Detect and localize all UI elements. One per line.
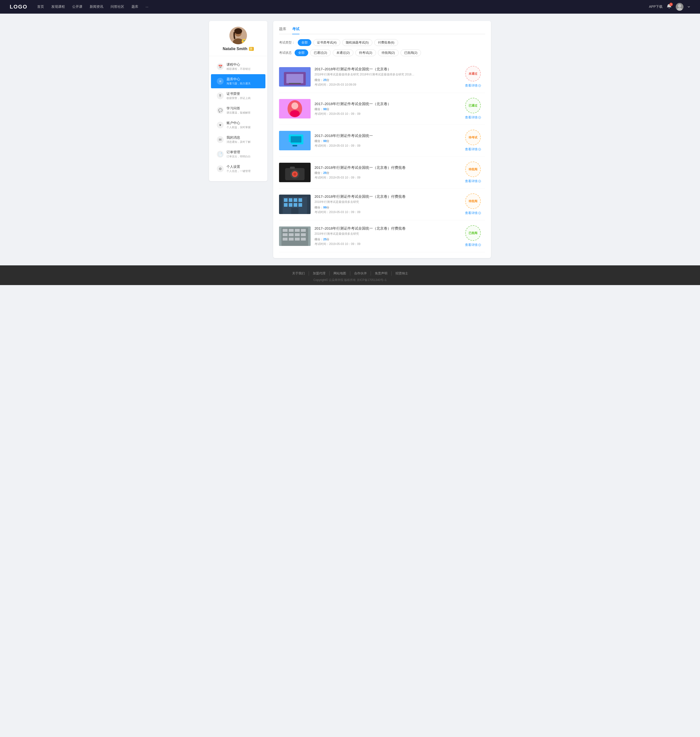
tab-题库[interactable]: 题库 xyxy=(279,27,286,34)
sidebar-item-orders[interactable]: 📄订单管理订单支出，明明白白 xyxy=(211,147,265,161)
sidebar-item-question-bank[interactable]: ≡题库中心海量习题，助力通关 xyxy=(211,74,265,88)
certificate-icon: 🎖 xyxy=(217,93,224,99)
exam-thumb-3 xyxy=(279,131,310,150)
exam-detail-link-1[interactable]: 查看详情 xyxy=(465,83,481,88)
question-bank-subtitle: 海量习题，助力通关 xyxy=(226,82,260,85)
exam-detail-link-3[interactable]: 查看详情 xyxy=(465,147,481,152)
status-filter-已批阅(2)[interactable]: 已批阅(2) xyxy=(400,49,421,56)
svg-rect-31 xyxy=(284,198,288,202)
messages-title: 我的消息 xyxy=(226,136,260,140)
avatar: 🏅 xyxy=(229,27,247,44)
status-filter-buttons: 全部已通过(2)未通过(2)待考试(2)待批阅(2)已批阅(2) xyxy=(294,49,421,56)
svg-rect-33 xyxy=(294,198,297,202)
notification-bell[interactable]: 1 xyxy=(666,4,672,10)
sidebar-profile: 🏅 Natalie Smith 图 xyxy=(209,27,268,56)
exam-status-stamp-2: 已通过 xyxy=(465,98,481,113)
footer-link-网站地图[interactable]: 网站地图 xyxy=(329,271,350,276)
orders-icon: 📄 xyxy=(217,151,224,158)
svg-rect-35 xyxy=(284,203,288,207)
footer-link-关于我们[interactable]: 关于我们 xyxy=(288,271,309,276)
user-avatar-nav[interactable] xyxy=(676,3,684,11)
svg-rect-48 xyxy=(283,233,288,236)
svg-rect-55 xyxy=(301,238,306,240)
footer-link-免责声明[interactable]: 免责声明 xyxy=(371,271,391,276)
type-filter-随机抽题考试(5)[interactable]: 随机抽题考试(5) xyxy=(342,39,372,46)
sidebar-item-study-qa[interactable]: 💬学习问答课后重温，疑难解答 xyxy=(211,103,265,118)
app-download-link[interactable]: APP下载 xyxy=(649,4,663,9)
footer-link-招贤纳士[interactable]: 招贤纳士 xyxy=(391,271,412,276)
exam-detail-link-6[interactable]: 查看详情 xyxy=(465,243,481,247)
sidebar-item-course-center[interactable]: 📅课程中心精彩课程，不容错过 xyxy=(211,60,265,74)
nav-item-opencourse[interactable]: 公开课 xyxy=(72,4,82,9)
exam-list-item: 2017–2018年行测证件考试全国统一（北京卷）付费批卷得分：25分考试时间：… xyxy=(279,157,485,189)
exam-detail-link-2[interactable]: 查看详情 xyxy=(465,115,481,120)
svg-rect-45 xyxy=(289,229,294,232)
exam-info-5: 2017–2018年行测证件考试全国统一（北京卷）付费批卷2018年行测考试是最… xyxy=(315,195,457,214)
account-title: 账户中心 xyxy=(226,121,260,125)
sidebar-item-certificate[interactable]: 🎖证书荣誉收获荣誉，持证上岗 xyxy=(211,89,265,103)
svg-rect-44 xyxy=(283,229,288,232)
svg-rect-51 xyxy=(301,233,306,236)
status-filter-已通过(2)[interactable]: 已通过(2) xyxy=(310,49,331,56)
exam-time-5: 考试时间：2019-05-03 10：09：09 xyxy=(315,210,457,214)
exam-detail-link-5[interactable]: 查看详情 xyxy=(465,211,481,215)
svg-rect-8 xyxy=(286,74,303,83)
svg-point-1 xyxy=(677,8,682,11)
exam-info-3: 2017–2018年行测证件考试全国统一得分：99分考试时间：2019-05-0… xyxy=(315,134,457,148)
exam-thumb-6 xyxy=(279,227,310,246)
study-qa-subtitle: 课后重温，疑难解答 xyxy=(226,111,260,115)
question-bank-icon: ≡ xyxy=(217,78,224,85)
exam-thumb-4 xyxy=(279,163,310,182)
tab-考试[interactable]: 考试 xyxy=(292,27,300,34)
exam-info-1: 2017–2018年行测证件考试全国统一（北京卷）2018年行测考试是最值得多去… xyxy=(315,67,457,87)
nav-item-discover[interactable]: 发现课程 xyxy=(51,4,65,9)
nav-menu: 首页发现课程公开课新闻资讯问答社区题库··· xyxy=(37,4,649,9)
exam-detail-link-4[interactable]: 查看详情 xyxy=(465,179,481,183)
sidebar-item-settings[interactable]: ⚙个人设置个人信息，一键管理 xyxy=(211,162,265,176)
sidebar-item-messages[interactable]: ✉我的消息消息通知，及时了解 xyxy=(211,133,265,147)
svg-rect-54 xyxy=(295,238,300,240)
exam-list: 2017–2018年行测证件考试全国统一（北京卷）2018年行测考试是最值得多去… xyxy=(279,61,485,252)
status-filter-未通过(2)[interactable]: 未通过(2) xyxy=(333,49,353,56)
logo[interactable]: LOGO xyxy=(10,4,28,10)
exam-title-3: 2017–2018年行测证件考试全国统一 xyxy=(315,134,457,138)
notification-badge: 1 xyxy=(669,3,673,6)
exam-title-2: 2017–2018年行测证件考试全国统一（北京卷） xyxy=(315,102,457,106)
exam-right-5: 待批阅查看详情 xyxy=(461,193,485,215)
status-filter-label: 考试状态 xyxy=(279,51,292,55)
nav-item-news[interactable]: 新闻资讯 xyxy=(90,4,103,9)
main-container: 🏅 Natalie Smith 图 📅课程中心精彩课程，不容错过≡题库中心海量习… xyxy=(204,13,496,265)
nav-item-home[interactable]: 首页 xyxy=(37,4,44,9)
status-filter-待考试(2)[interactable]: 待考试(2) xyxy=(355,49,376,56)
type-filter-证书类考试(4)[interactable]: 证书类考试(4) xyxy=(313,39,340,46)
status-filter-全部[interactable]: 全部 xyxy=(294,49,308,56)
status-filter-待批阅(2)[interactable]: 待批阅(2) xyxy=(378,49,399,56)
tab-bar: 题库考试 xyxy=(279,27,485,34)
type-filter-全部[interactable]: 全部 xyxy=(298,39,311,46)
exam-thumb-2 xyxy=(279,99,310,118)
footer-link-加盟代理[interactable]: 加盟代理 xyxy=(309,271,329,276)
content-area: 题库考试 考试类型： 全部证书类考试(4)随机抽题考试(5)付费批卷(6) 考试… xyxy=(273,21,491,258)
nav-item-more[interactable]: ··· xyxy=(146,5,149,9)
type-filter-付费批卷(6)[interactable]: 付费批卷(6) xyxy=(374,39,398,46)
footer-link-合作伙伴[interactable]: 合作伙伴 xyxy=(350,271,371,276)
svg-point-13 xyxy=(291,102,298,109)
exam-right-3: 待考试查看详情 xyxy=(461,130,485,152)
nav-item-questionbank[interactable]: 题库 xyxy=(131,4,138,9)
nav-item-qa[interactable]: 问答社区 xyxy=(110,4,124,9)
account-icon: ♥ xyxy=(217,122,224,128)
exam-score-6: 得分：25分 xyxy=(315,237,457,242)
study-qa-title: 学习问答 xyxy=(226,106,260,111)
svg-point-26 xyxy=(293,173,296,175)
settings-title: 个人设置 xyxy=(226,165,260,169)
footer-copyright: Copyright© 云朵商学院 版权所有 京ICP备17051340号–1 xyxy=(0,278,700,282)
footer-links: 关于我们加盟代理网站地图合作伙伴免责声明招贤纳士 xyxy=(0,271,700,276)
sidebar: 🏅 Natalie Smith 图 📅课程中心精彩课程，不容错过≡题库中心海量习… xyxy=(209,21,268,181)
navbar: LOGO 首页发现课程公开课新闻资讯问答社区题库··· APP下载 1 xyxy=(0,0,700,13)
svg-rect-20 xyxy=(293,145,297,146)
sidebar-item-account[interactable]: ♥账户中心个人权益，实时掌握 xyxy=(211,118,265,132)
exam-status-stamp-6: 已批阅 xyxy=(465,225,481,241)
svg-point-5 xyxy=(234,28,242,34)
svg-rect-9 xyxy=(289,83,301,84)
exam-list-item: 2017–2018年行测证件考试全国统一（北京卷）得分：99分考试时间：2019… xyxy=(279,93,485,125)
